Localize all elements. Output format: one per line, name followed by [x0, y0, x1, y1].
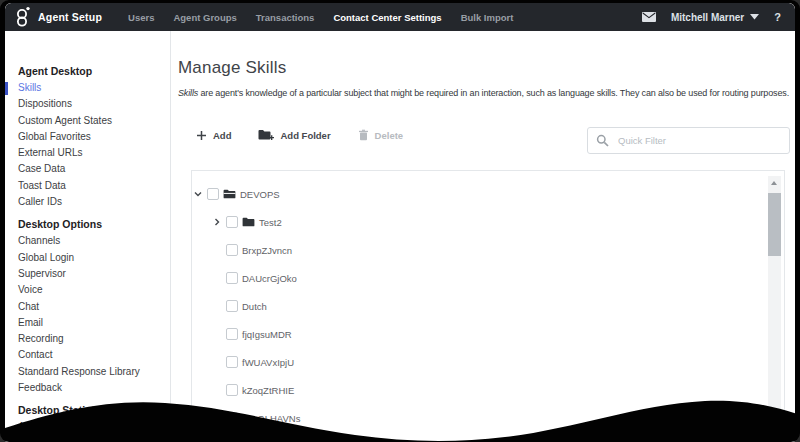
- topbar-right: Mitchell Marner ?: [642, 11, 783, 23]
- tree-skill-row: Dutch: [192, 292, 784, 320]
- search-icon: [596, 134, 609, 147]
- tree-skill-row: kZoqZtRHIE: [192, 376, 784, 404]
- screen: Agent Setup UsersAgent GroupsTransaction…: [5, 3, 795, 442]
- sidebar-item-email[interactable]: Email: [18, 315, 170, 331]
- sidebar-item-dispositions[interactable]: Dispositions: [18, 96, 170, 112]
- sidebar-item-supervisor[interactable]: Supervisor: [18, 266, 170, 282]
- description-emphasis: Skills: [178, 88, 198, 98]
- add-folder-button[interactable]: Add Folder: [258, 129, 330, 141]
- skill-label[interactable]: BrxpZJvncn: [242, 245, 292, 256]
- sidebar-item-caller-ids[interactable]: Caller IDs: [18, 194, 170, 210]
- sidebar-item-feedback[interactable]: Feedback: [18, 380, 170, 396]
- description-text: are agent's knowledge of a particular su…: [198, 88, 789, 98]
- tree-skill-row: BrxpZJvncn: [192, 236, 784, 264]
- folder-icon: [223, 189, 236, 199]
- folder-plus-icon: [258, 129, 274, 141]
- chevron-right-icon[interactable]: [212, 217, 222, 227]
- tree-skill-row: MaiZwgSjsL: [192, 432, 784, 442]
- checkbox[interactable]: [226, 300, 238, 312]
- user-name: Mitchell Marner: [671, 12, 744, 23]
- sidebar-item-global-login[interactable]: Global Login: [18, 250, 170, 266]
- sidebar-section-desktop-statistics: Desktop StatisticsAgent Statistics: [18, 402, 170, 435]
- skill-label[interactable]: DAUcrGjOko: [242, 273, 297, 284]
- scrollbar-thumb[interactable]: [768, 193, 781, 256]
- folder-icon: [242, 217, 255, 227]
- checkbox[interactable]: [226, 244, 238, 256]
- sidebar-section-agent-desktop: Agent DesktopSkillsDispositionsCustom Ag…: [18, 63, 170, 210]
- tree-folder-row: DEVOPS: [192, 180, 784, 208]
- add-button-label: Add: [213, 130, 231, 141]
- nav-agent-groups[interactable]: Agent Groups: [173, 12, 236, 23]
- toolbar: Add Add Folder Delete: [196, 129, 403, 141]
- sidebar-header-desktop-statistics: Desktop Statistics: [18, 402, 170, 419]
- skill-label[interactable]: fWUAVxIpjU: [242, 357, 294, 368]
- checkbox[interactable]: [226, 412, 238, 424]
- sidebar-item-chat[interactable]: Chat: [18, 299, 170, 315]
- scroll-up-icon[interactable]: [771, 181, 777, 185]
- skill-label[interactable]: IQnQLHAVNs: [242, 413, 300, 424]
- topbar: Agent Setup UsersAgent GroupsTransaction…: [5, 3, 795, 31]
- checkbox[interactable]: [226, 384, 238, 396]
- folder-label[interactable]: DEVOPS: [240, 189, 280, 200]
- page-description: Skills are agent's knowledge of a partic…: [178, 85, 795, 102]
- checkbox[interactable]: [226, 216, 238, 228]
- nav-transactions[interactable]: Transactions: [256, 12, 315, 23]
- checkbox[interactable]: [226, 356, 238, 368]
- main-content: Manage Skills Skills are agent's knowled…: [172, 31, 795, 442]
- checkbox[interactable]: [226, 328, 238, 340]
- tree-skill-row: fjqIgsuMDR: [192, 320, 784, 348]
- nav-users[interactable]: Users: [128, 12, 154, 23]
- skills-tree: DEVOPSTest2BrxpZJvncnDAUcrGjOkoDutchfjqI…: [191, 170, 785, 442]
- nav-bulk-import[interactable]: Bulk Import: [461, 12, 514, 23]
- help-button[interactable]: ?: [774, 11, 783, 23]
- brand-logo-icon: [15, 6, 30, 28]
- add-folder-button-label: Add Folder: [280, 130, 330, 141]
- mail-icon[interactable]: [642, 12, 656, 22]
- sidebar-item-agent-statistics[interactable]: Agent Statistics: [18, 419, 170, 435]
- nav-contact-center-settings[interactable]: Contact Center Settings: [333, 12, 441, 23]
- caret-down-icon: [750, 14, 759, 20]
- sidebar-item-case-data[interactable]: Case Data: [18, 161, 170, 177]
- tree-skill-row: DAUcrGjOko: [192, 264, 784, 292]
- sidebar-header-agent-desktop: Agent Desktop: [18, 63, 170, 80]
- sidebar-item-standard-response-library[interactable]: Standard Response Library: [18, 364, 170, 380]
- sidebar-item-toast-data[interactable]: Toast Data: [18, 178, 170, 194]
- delete-button[interactable]: Delete: [358, 129, 404, 141]
- sidebar-item-custom-agent-states[interactable]: Custom Agent States: [18, 113, 170, 129]
- page-title: Manage Skills: [178, 58, 286, 78]
- scrollbar-track[interactable]: [768, 176, 781, 437]
- skill-label[interactable]: kZoqZtRHIE: [242, 385, 294, 396]
- sidebar-header-desktop-options: Desktop Options: [18, 216, 170, 233]
- user-menu[interactable]: Mitchell Marner: [671, 12, 759, 23]
- tree-skill-row: fWUAVxIpjU: [192, 348, 784, 376]
- checkbox[interactable]: [207, 188, 219, 200]
- sidebar-item-global-favorites[interactable]: Global Favorites: [18, 129, 170, 145]
- skill-label[interactable]: Dutch: [242, 301, 267, 312]
- sidebar-item-skills[interactable]: Skills: [18, 80, 170, 96]
- skill-label[interactable]: fjqIgsuMDR: [242, 329, 292, 340]
- folder-label[interactable]: Test2: [259, 217, 282, 228]
- add-button[interactable]: Add: [196, 130, 231, 141]
- sidebar-item-recording[interactable]: Recording: [18, 331, 170, 347]
- sidebar-section-desktop-options: Desktop OptionsChannelsGlobal LoginSuper…: [18, 216, 170, 396]
- trash-icon: [358, 129, 369, 141]
- tree-skill-row: IQnQLHAVNs: [192, 404, 784, 432]
- sidebar-item-channels[interactable]: Channels: [18, 233, 170, 249]
- app-window: Agent Setup UsersAgent GroupsTransaction…: [0, 0, 800, 442]
- chevron-down-icon[interactable]: [193, 189, 203, 199]
- sidebar-item-external-urls[interactable]: External URLs: [18, 145, 170, 161]
- app-title: Agent Setup: [38, 11, 102, 23]
- quick-filter-input[interactable]: [616, 134, 781, 147]
- tree-folder-row: Test2: [192, 208, 784, 236]
- top-nav: UsersAgent GroupsTransactionsContact Cen…: [128, 12, 513, 23]
- delete-button-label: Delete: [375, 130, 404, 141]
- quick-filter: [587, 127, 790, 154]
- sidebar-item-contact[interactable]: Contact: [18, 347, 170, 363]
- checkbox[interactable]: [226, 272, 238, 284]
- sidebar: Agent DesktopSkillsDispositionsCustom Ag…: [5, 31, 171, 442]
- sidebar-item-voice[interactable]: Voice: [18, 282, 170, 298]
- plus-icon: [196, 130, 207, 141]
